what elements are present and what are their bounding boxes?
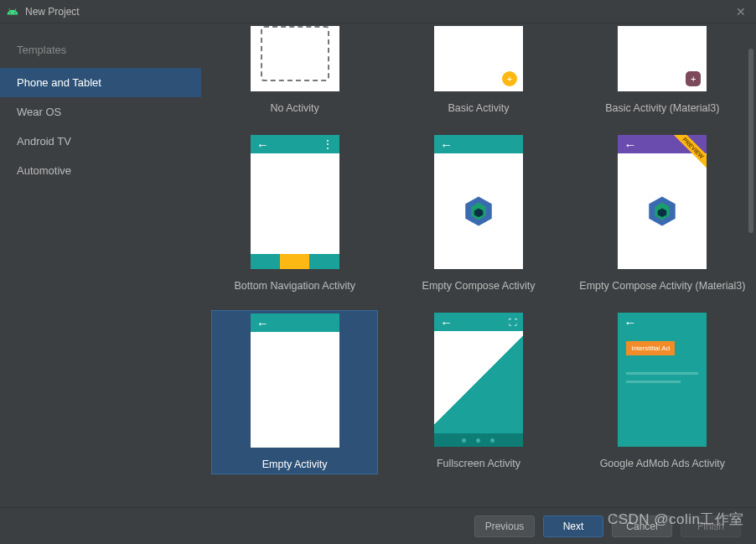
template-fullscreen[interactable]: ←⛶ Fullscreen Activity — [395, 310, 562, 474]
sidebar-item-android-tv[interactable]: Android TV — [0, 127, 201, 156]
footer: Previous Next Cancel Finish — [0, 507, 756, 544]
template-label: Empty Compose Activity (Material3) — [579, 280, 746, 295]
template-label: Google AdMob Ads Activity — [579, 458, 746, 473]
sidebar-item-automotive[interactable]: Automotive — [0, 156, 201, 185]
fullscreen-icon: ⛶ — [509, 318, 517, 327]
template-gallery: No Activity + Basic Activity + Basic Act… — [201, 23, 756, 507]
next-button[interactable]: Next — [543, 516, 603, 537]
close-icon[interactable]: ✕ — [733, 5, 749, 18]
back-arrow-icon: ← — [624, 316, 636, 329]
template-basic-activity[interactable]: + Basic Activity — [395, 23, 562, 117]
plus-icon: + — [507, 75, 512, 84]
template-label: Basic Activity — [395, 102, 562, 117]
template-bottom-navigation[interactable]: ←⋮ Bottom Navigation Activity — [211, 132, 378, 295]
previous-button[interactable]: Previous — [474, 516, 535, 537]
compose-icon — [645, 194, 680, 229]
template-label: No Activity — [211, 102, 378, 117]
back-arrow-icon: ← — [440, 138, 453, 151]
back-arrow-icon: ← — [624, 138, 636, 151]
back-arrow-icon: ← — [256, 317, 269, 329]
compose-icon — [461, 194, 496, 229]
template-empty-activity[interactable]: ← Empty Activity — [211, 310, 378, 474]
finish-button[interactable]: Finish — [681, 516, 741, 537]
sidebar-header: Templates — [0, 39, 201, 68]
template-basic-activity-m3[interactable]: + Basic Activity (Material3) — [579, 23, 746, 117]
template-no-activity[interactable]: No Activity — [211, 23, 378, 117]
sidebar: Templates Phone and Tablet Wear OS Andro… — [0, 23, 201, 507]
sidebar-item-phone-tablet[interactable]: Phone and Tablet — [0, 68, 201, 97]
template-admob[interactable]: ← Interstitial Ad Google AdMob Ads Activ… — [579, 310, 746, 474]
ad-chip: Interstitial Ad — [626, 341, 675, 355]
cancel-button[interactable]: Cancel — [612, 516, 672, 537]
scrollbar[interactable] — [748, 49, 753, 258]
back-arrow-icon: ← — [440, 316, 453, 329]
menu-icon: ⋮ — [322, 137, 334, 151]
template-empty-compose-m3[interactable]: ← PREVIEW Empty Compose Activity (Materi… — [579, 132, 746, 295]
template-label: Fullscreen Activity — [395, 458, 562, 473]
back-arrow-icon: ← — [256, 138, 269, 151]
plus-icon: + — [691, 75, 696, 84]
template-label: Bottom Navigation Activity — [211, 280, 378, 295]
titlebar: New Project ✕ — [0, 0, 756, 23]
template-label: Basic Activity (Material3) — [579, 102, 746, 117]
template-label: Empty Activity — [212, 459, 377, 474]
sidebar-item-wear-os[interactable]: Wear OS — [0, 97, 201, 127]
template-empty-compose[interactable]: ← Empty Compose Activity — [395, 132, 562, 295]
window-title: New Project — [25, 6, 80, 18]
android-icon — [7, 6, 18, 18]
template-label: Empty Compose Activity — [395, 280, 562, 295]
